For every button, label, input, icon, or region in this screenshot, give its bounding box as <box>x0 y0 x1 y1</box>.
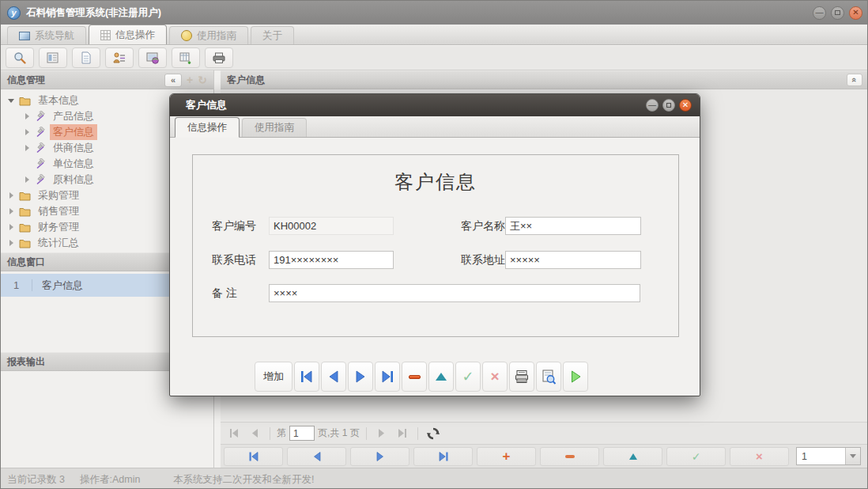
titlebar: y 石料销售管理系统(非注册用户) — ✕ <box>1 1 868 25</box>
first-record-button[interactable] <box>294 362 319 392</box>
tree-label: 单位信息 <box>50 156 97 172</box>
expand-icon[interactable] <box>7 99 15 103</box>
dialog-tab-user-guide[interactable]: 使用指南 <box>242 118 307 137</box>
tree-label: 销售管理 <box>35 203 82 219</box>
record-count-combobox[interactable]: 1 <box>796 447 861 465</box>
tree-label: 采购管理 <box>35 188 82 203</box>
phone-label: 联系电话 <box>212 253 256 267</box>
document-button[interactable] <box>72 47 100 68</box>
expand-icon[interactable] <box>23 145 31 151</box>
record-first-button[interactable] <box>224 447 283 466</box>
dialog-close-button[interactable]: ✕ <box>679 99 692 112</box>
dialog-minimize-button[interactable]: — <box>646 99 659 112</box>
chevron-down-icon <box>850 454 856 458</box>
print-button[interactable] <box>509 362 534 392</box>
minus-icon <box>409 375 421 379</box>
statusbar: 当前记录数 3 操作者:Admin 本系统支持二次开发和全新开发! <box>1 468 868 489</box>
customer-name-value: 王×× <box>510 219 532 233</box>
folder-icon <box>19 96 31 106</box>
search-button[interactable] <box>6 47 34 68</box>
record-next-button[interactable] <box>350 447 409 466</box>
delete-record-button[interactable] <box>402 362 427 392</box>
record-cancel-button[interactable]: × <box>730 447 789 466</box>
user-chart-button[interactable] <box>105 47 134 68</box>
page-label: 第 <box>277 426 286 440</box>
dialog-maximize-button[interactable] <box>662 99 675 112</box>
last-page-button[interactable] <box>394 425 411 442</box>
minimize-button[interactable]: — <box>813 6 826 20</box>
expand-icon[interactable] <box>7 224 15 230</box>
expand-icon[interactable] <box>23 113 31 119</box>
print-preview-button[interactable] <box>536 362 561 392</box>
customer-code-field: KH00002 <box>269 217 394 235</box>
panel-title: 信息管理 <box>7 74 45 87</box>
main-toolbar <box>1 46 868 70</box>
tab-info-operation[interactable]: 信息操作 <box>89 25 167 44</box>
check-icon: ✓ <box>692 450 701 463</box>
expand-icon[interactable] <box>23 176 31 183</box>
expand-icon[interactable] <box>7 192 15 199</box>
folder-icon <box>19 238 31 248</box>
row-label: 客户信息 <box>32 279 83 293</box>
tab-system-nav[interactable]: 系统导航 <box>7 26 86 44</box>
x-icon: × <box>490 368 499 385</box>
customer-name-field[interactable]: 王×× <box>505 217 641 235</box>
combo-dropdown-button[interactable] <box>845 448 860 464</box>
prev-record-icon <box>326 370 341 384</box>
sidebar-collapse-button[interactable]: « <box>164 74 182 87</box>
phone-field[interactable]: 191×××××××× <box>269 251 394 269</box>
prev-page-button[interactable] <box>246 425 263 442</box>
tab-label: 信息操作 <box>115 28 155 42</box>
dialog-titlebar: 客户信息 — ✕ <box>170 94 700 116</box>
next-record-icon <box>353 370 368 384</box>
refresh-data-button[interactable] <box>425 425 442 442</box>
next-record-button[interactable] <box>348 362 373 392</box>
prev-record-button[interactable] <box>321 362 346 392</box>
next-record-icon <box>375 451 386 462</box>
add-button[interactable]: 增加 <box>255 362 292 392</box>
edit-record-button[interactable] <box>428 362 454 392</box>
confirm-button[interactable]: ✓ <box>455 362 481 392</box>
grid-icon <box>100 30 111 40</box>
panel-collapse-up-button[interactable]: « <box>847 74 862 86</box>
record-prev-button[interactable] <box>287 447 346 466</box>
pagination-bar: 第 页,共 1 页 <box>221 422 868 444</box>
first-page-button[interactable] <box>225 425 243 442</box>
panel-title: 报表输出 <box>7 355 45 369</box>
record-last-button[interactable] <box>413 447 473 466</box>
document-icon <box>79 51 93 65</box>
app-logo-icon: y <box>7 6 21 20</box>
tab-user-guide[interactable]: 使用指南 <box>169 26 248 44</box>
record-add-button[interactable]: + <box>477 447 536 466</box>
table-add-button[interactable] <box>172 47 200 68</box>
cancel-button[interactable]: × <box>482 362 508 392</box>
dialog-tab-info-operation[interactable]: 信息操作 <box>175 117 240 138</box>
run-button[interactable] <box>563 362 588 392</box>
record-edit-button[interactable] <box>603 447 662 466</box>
folder-icon <box>19 191 31 201</box>
form-list-button[interactable] <box>39 47 67 68</box>
expand-icon[interactable] <box>7 240 15 246</box>
check-icon: ✓ <box>462 368 474 385</box>
last-record-button[interactable] <box>375 362 400 392</box>
maximize-button[interactable] <box>831 6 844 20</box>
record-delete-button[interactable] <box>540 447 599 466</box>
refresh-icon: ↻ <box>198 74 207 86</box>
address-field[interactable]: ××××× <box>505 251 641 269</box>
remark-label: 备 注 <box>212 286 237 301</box>
tree-label: 产品信息 <box>50 108 97 124</box>
page-input[interactable] <box>289 426 315 441</box>
expand-icon[interactable] <box>7 208 15 214</box>
folder-icon <box>19 207 31 217</box>
screen-globe-button[interactable] <box>138 47 167 68</box>
remark-field[interactable]: ×××× <box>269 284 640 302</box>
tree-label: 统计汇总 <box>35 235 82 251</box>
tab-about[interactable]: 关于 <box>251 26 294 44</box>
close-button[interactable]: ✕ <box>849 6 862 20</box>
record-confirm-button[interactable]: ✓ <box>666 447 726 466</box>
printer-button[interactable] <box>205 47 233 68</box>
user-chart-icon <box>112 51 126 65</box>
expand-icon[interactable] <box>23 129 31 135</box>
next-page-button[interactable] <box>373 425 391 442</box>
status-message: 本系统支持二次开发和全新开发! <box>173 473 314 487</box>
